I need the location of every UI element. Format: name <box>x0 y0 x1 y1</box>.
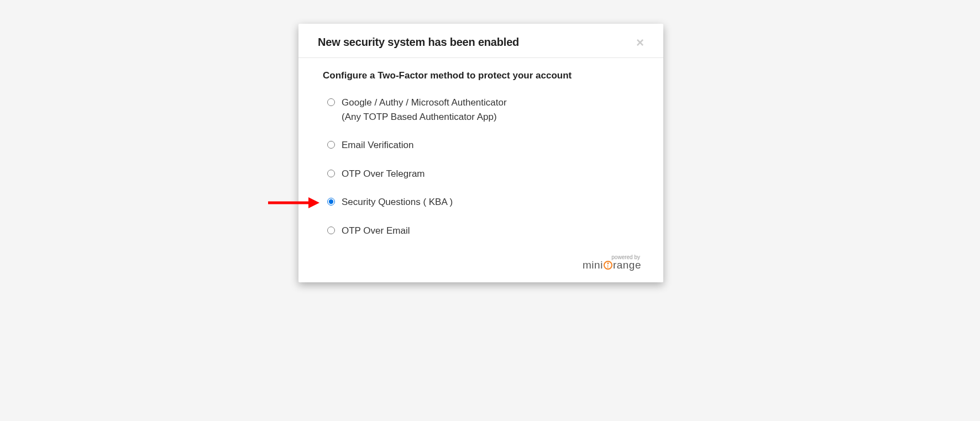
footer-branding: powered by minirange <box>323 249 644 271</box>
option-label[interactable]: Security Questions ( KBA ) <box>342 195 453 209</box>
option-authenticator-app: Google / Authy / Microsoft Authenticator… <box>323 96 644 124</box>
modal-body: Configure a Two-Factor method to protect… <box>298 58 663 282</box>
option-otp-email: OTP Over Email <box>323 224 644 238</box>
option-otp-telegram: OTP Over Telegram <box>323 167 644 181</box>
option-label[interactable]: OTP Over Email <box>342 224 410 238</box>
two-factor-modal: New security system has been enabled × C… <box>298 24 663 282</box>
option-label[interactable]: OTP Over Telegram <box>342 167 425 181</box>
option-label[interactable]: Email Verification <box>342 138 413 152</box>
radio-authenticator-app[interactable] <box>327 98 335 106</box>
close-button[interactable]: × <box>636 36 644 49</box>
option-label-text: Google / Authy / Microsoft Authenticator <box>342 97 507 108</box>
radio-security-questions[interactable] <box>327 198 335 206</box>
radio-otp-email[interactable] <box>327 227 335 234</box>
orange-icon <box>604 261 612 270</box>
logo-prefix: mini <box>583 259 603 271</box>
modal-header: New security system has been enabled × <box>298 24 663 58</box>
radio-otp-telegram[interactable] <box>327 170 335 177</box>
two-factor-options-list: Google / Authy / Microsoft Authenticator… <box>323 96 644 238</box>
option-sublabel-text: (Any TOTP Based Authenticator App) <box>342 110 507 124</box>
modal-subtitle: Configure a Two-Factor method to protect… <box>323 70 644 81</box>
miniorange-logo: minirange <box>583 259 641 271</box>
option-email-verification: Email Verification <box>323 138 644 152</box>
option-label[interactable]: Google / Authy / Microsoft Authenticator… <box>342 96 507 124</box>
logo-suffix: range <box>613 259 641 271</box>
modal-title: New security system has been enabled <box>318 36 519 49</box>
radio-email-verification[interactable] <box>327 141 335 149</box>
option-security-questions: Security Questions ( KBA ) <box>323 195 644 209</box>
